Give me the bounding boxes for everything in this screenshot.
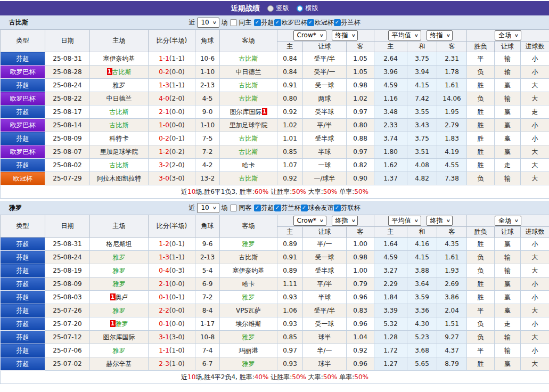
league-checkbox[interactable]: ✓ [254, 205, 261, 211]
result-handicap-value: 输 [495, 66, 521, 79]
same-venue-checkbox[interactable] [230, 205, 237, 211]
result-goals-value: 小 [521, 132, 549, 145]
odds-source-select[interactable]: Crow*∨ [293, 216, 326, 226]
scope-select[interactable]: 全场∨ [495, 30, 521, 40]
match-date: 25-07-26 [45, 304, 90, 317]
col-odds-home: 主 [277, 227, 303, 238]
avg-draw-value: 5.65 [407, 357, 437, 371]
result-wdl-value: 胜 [467, 132, 495, 145]
scope-select[interactable]: 全场∨ [495, 216, 521, 226]
away-team-name: 雅罗 [242, 240, 255, 248]
filter-controls: 近 10∨ 场 同主 ✓芬超 ✓欧罗巴杯 ✓欧冠杯 ✓芬兰杯 [189, 18, 360, 28]
avg-draw-value: 4.15 [407, 251, 437, 264]
league-filter-item[interactable]: ✓欧罗巴杯 [274, 18, 307, 27]
odds-away-value: 0.82 [347, 159, 374, 172]
result-wdl-value: 胜 [467, 105, 495, 119]
avg-time-select[interactable]: 终指∨ [427, 30, 453, 40]
away-team-name: 中日德兰 [236, 68, 261, 76]
league-filter-item[interactable]: ✓芬超 [254, 203, 274, 213]
result-handicap-value: 赢 [495, 277, 521, 291]
home-team-cell: 雅罗 [90, 79, 149, 92]
avg-away-value: 4.19 [437, 145, 467, 159]
away-team-name: 里加足球学院 [230, 121, 268, 129]
odds-home-value: 0.89 [277, 238, 303, 251]
league-checkbox[interactable]: ✓ [254, 19, 261, 26]
odds-away-value: 0.83 [347, 304, 374, 317]
odds-time-select[interactable]: 终指∨ [332, 216, 358, 226]
league-checkbox[interactable]: ✓ [307, 19, 314, 26]
score-cell: 3-2(2-0) [149, 159, 195, 172]
league-checkbox[interactable]: ✓ [334, 205, 341, 211]
avg-time-select[interactable]: 终指∨ [427, 216, 453, 226]
results-body: 芬超 25-08-31 格尼斯坦 1-2(0-1) 9-6 雅罗 0.89 半/… [1, 238, 549, 371]
header-row-top: 类型 日期 主场 比分(半场) 角球 客场 Crow*∨终指∨ 平均值∨终指∨ … [1, 215, 549, 227]
radio-vertical-label[interactable]: 竖版 [276, 4, 289, 13]
score-cell: 0-4(0-3) [149, 264, 195, 277]
result-goals-value: 小 [521, 66, 549, 79]
league-filter-item[interactable]: ✓芬兰杯 [274, 203, 301, 213]
home-team-cell: 1古比斯 [90, 66, 149, 79]
league-badge: 芬超 [1, 238, 45, 251]
col-result-goals: 进球数 [521, 227, 549, 238]
match-date: 25-08-31 [45, 52, 90, 66]
league-checkbox[interactable]: ✓ [274, 205, 281, 211]
result-goals-value: 大 [521, 304, 549, 317]
league-checkbox[interactable]: ✓ [334, 19, 341, 26]
odds-time-value: 终指 [335, 31, 348, 40]
col-result-handicap: 让球 [495, 227, 521, 238]
chevron-down-icon: ∨ [351, 33, 355, 38]
result-wdl-value: 胜 [467, 119, 495, 132]
match-date: 25-07-02 [45, 357, 90, 371]
chevron-down-icon: ∨ [351, 218, 355, 223]
away-team-name: VPS瓦萨 [236, 307, 261, 314]
league-filter-item[interactable]: ✓欧冠杯 [307, 18, 334, 27]
radio-vertical-icon[interactable] [267, 5, 274, 12]
league-filter-item[interactable]: ✓芬超 [254, 18, 274, 27]
odds-source-select[interactable]: Crow*∨ [293, 30, 326, 40]
match-date: 25-08-03 [45, 291, 90, 304]
radio-horizontal-label[interactable]: 横版 [306, 4, 318, 13]
odds-home-value: 0.80 [277, 92, 303, 105]
check-icon: ✓ [255, 205, 259, 210]
score-cell: 4-0(2-0) [149, 92, 195, 105]
layout-radio-horizontal[interactable]: 横版 [297, 4, 318, 13]
league-filter-item[interactable]: ✓球会友谊 [301, 203, 334, 213]
match-count-select[interactable]: 10∨ [197, 18, 219, 28]
match-count-select[interactable]: 10∨ [197, 203, 219, 213]
fulltime-score: 0-2 [159, 68, 169, 76]
league-filter-item[interactable]: ✓芬联杯 [334, 203, 360, 213]
radio-horizontal-icon[interactable] [297, 5, 303, 12]
avg-away-value: 1.83 [437, 132, 467, 145]
odds-time-select[interactable]: 终指∨ [332, 30, 358, 40]
avg-source-select[interactable]: 平均值∨ [388, 30, 421, 40]
corner-score: 2-13 [195, 79, 220, 92]
summary-highlight: 50% [354, 373, 368, 381]
odds-away-value: 0.96 [347, 357, 374, 371]
league-badge: 芬超 [1, 277, 45, 291]
odds-time-value: 终指 [335, 216, 348, 225]
avg-source-select[interactable]: 平均值∨ [388, 216, 421, 226]
odds-handicap-value: 受半球 [303, 264, 347, 277]
match-date: 25-07-12 [45, 331, 90, 344]
score-cell: 1-3(1-1) [149, 79, 195, 92]
corner-score: 1-10 [195, 66, 220, 79]
league-checkbox[interactable]: ✓ [274, 19, 281, 26]
avg-away-value: 1.51 [437, 317, 467, 331]
header-row-top: 类型 日期 主场 比分(半场) 角球 客场 Crow*∨终指∨ 平均值∨终指∨ … [1, 30, 549, 42]
league-filter-item[interactable]: ✓芬兰杯 [334, 18, 360, 27]
layout-radio-vertical[interactable]: 竖版 [267, 4, 289, 13]
away-team-cell: 古比斯 [220, 251, 277, 264]
home-team-cell: 雅罗 [90, 344, 149, 357]
result-handicap-value: 输 [495, 172, 521, 185]
league-checkbox[interactable]: ✓ [301, 205, 308, 211]
same-venue-checkbox[interactable] [230, 19, 237, 26]
avg-source-value: 平均值 [392, 31, 411, 40]
corner-score: 10-6 [195, 52, 220, 66]
score-cell: 0-2(0-0) [149, 66, 195, 79]
near-label: 近 [189, 18, 195, 27]
odds-home-value: 0.93 [277, 291, 303, 304]
odds-handicap-value: 一球 [303, 159, 347, 172]
away-team-name: 古比斯 [239, 81, 258, 89]
avg-time-value: 终指 [430, 31, 443, 40]
corner-score: 7-4 [195, 344, 220, 357]
